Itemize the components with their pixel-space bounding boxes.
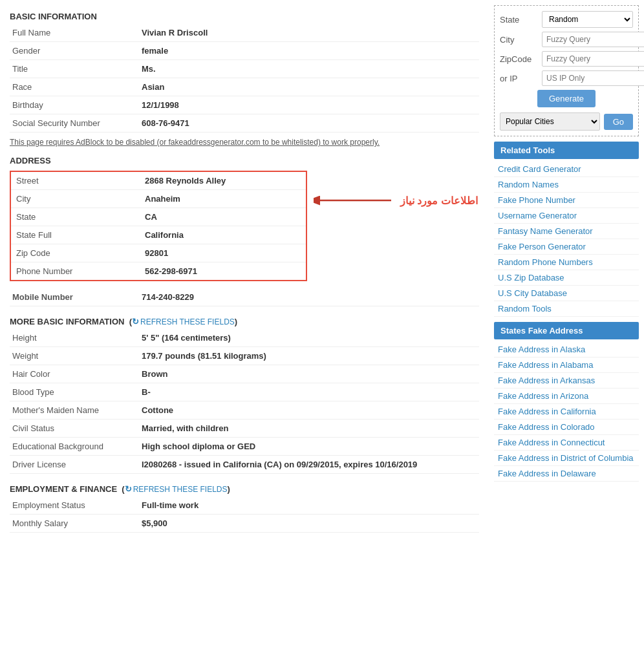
city-input[interactable] (542, 32, 644, 47)
table-row: Educational BackgroundHigh school diplom… (10, 438, 479, 456)
field-value: B- (139, 383, 479, 401)
table-row: RaceAsian (10, 78, 479, 96)
basic-info-table: Full NameVivian R DriscollGenderfemaleTi… (10, 24, 479, 133)
zipcode-input[interactable] (542, 51, 644, 67)
more-basic-title: MORE BASIC INFORMATION (↻Refresh these f… (10, 312, 479, 329)
field-value: California (140, 226, 306, 244)
sidebar-item[interactable]: Fake Address in Alabama (494, 357, 639, 373)
refresh-icon: ↻ (132, 317, 139, 326)
field-value: 608-76-9471 (139, 114, 479, 133)
field-label: Employment Status (10, 496, 139, 515)
refresh-more-link[interactable]: Refresh these fields (140, 317, 235, 326)
table-row: Social Security Number608-76-9471 (10, 114, 479, 133)
field-label: Hair Color (10, 365, 139, 383)
field-value: Asian (139, 78, 479, 96)
sidebar-item[interactable]: Username Generator (494, 208, 639, 224)
sidebar-item[interactable]: Fantasy Name Generator (494, 224, 639, 239)
table-row: Civil StatusMarried, with children (10, 420, 479, 438)
generate-button[interactable]: Generate (537, 90, 596, 107)
sidebar-item[interactable]: Fake Address in Alaska (494, 342, 639, 357)
table-row: Street2868 Reynolds Alley (10, 171, 306, 190)
field-label: Height (10, 329, 139, 347)
table-row: Weight179.7 pounds (81.51 kilograms) (10, 347, 479, 365)
annotation-text: اطلاعات مورد نیاز (400, 195, 478, 207)
refresh-employment-link[interactable]: Refresh these fields (133, 485, 228, 494)
field-label: Zip Code (10, 244, 140, 262)
field-value: Full-time work (139, 496, 479, 515)
field-value: Brown (139, 365, 479, 383)
table-row: Birthday12/1/1998 (10, 96, 479, 114)
zipcode-label: ZipCode (500, 54, 542, 64)
table-row: Monthly Salary$5,900 (10, 515, 479, 533)
field-value: CA (140, 208, 306, 226)
field-label: Birthday (10, 96, 139, 114)
table-row: StateCA (10, 208, 306, 226)
field-label: City (10, 190, 140, 208)
field-value: I2080268 - issued in California (CA) on … (139, 456, 479, 474)
field-label: Weight (10, 347, 139, 365)
field-label: Blood Type (10, 383, 139, 401)
field-value: Anaheim (140, 190, 306, 208)
table-row: Genderfemale (10, 42, 479, 60)
table-row: Height5' 5" (164 centimeters) (10, 329, 479, 347)
field-value: 12/1/1998 (139, 96, 479, 114)
annotation-arrow (314, 187, 398, 213)
sidebar-item[interactable]: Fake Phone Number (494, 193, 639, 208)
sidebar-item[interactable]: Fake Address in Colorado (494, 420, 639, 435)
table-row: Hair ColorBrown (10, 365, 479, 383)
table-row: Employment StatusFull-time work (10, 496, 479, 515)
field-label: Social Security Number (10, 114, 139, 133)
field-label: Driver License (10, 456, 139, 474)
related-tools-list: Credit Card GeneratorRandom NamesFake Ph… (494, 162, 639, 317)
states-list: Fake Address in AlaskaFake Address in Al… (494, 342, 639, 482)
generator-form: State Random City ⊞ ZipCode or IP Genera… (494, 5, 639, 136)
go-button[interactable]: Go (604, 114, 633, 130)
field-label: Street (10, 171, 140, 190)
field-label: State (10, 208, 140, 226)
state-label: State (500, 15, 542, 25)
address-table: Street2868 Reynolds AlleyCityAnaheimStat… (10, 171, 307, 281)
field-label: State Full (10, 226, 140, 244)
popular-cities-select[interactable]: Popular Cities (500, 112, 600, 131)
table-row: CityAnaheim (10, 190, 306, 208)
field-label: Educational Background (10, 438, 139, 456)
employment-table: Employment StatusFull-time workMonthly S… (10, 496, 479, 533)
related-tools-title: Related Tools (494, 142, 639, 159)
field-label: Phone Number (10, 262, 140, 281)
field-value: female (139, 42, 479, 60)
field-value: Vivian R Driscoll (139, 24, 479, 42)
adblock-notice: This page requires AdBlock to be disable… (10, 138, 479, 147)
city-label: City (500, 35, 542, 45)
sidebar-item[interactable]: Fake Address in District of Columbia (494, 451, 639, 466)
sidebar-item[interactable]: Fake Address in California (494, 404, 639, 420)
table-row: Mother's Maiden NameCottone (10, 401, 479, 420)
table-row: Driver LicenseI2080268 - issued in Calif… (10, 456, 479, 474)
states-title: States Fake Address (494, 322, 639, 339)
mobile-table: Mobile Number 714-240-8229 (10, 288, 479, 306)
employment-title: EMPLOYMENT & FINANCE (↻Refresh these fie… (10, 479, 479, 496)
sidebar-item[interactable]: Random Tools (494, 301, 639, 317)
field-value: 92801 (140, 244, 306, 262)
sidebar-item[interactable]: Fake Address in Delaware (494, 466, 639, 482)
sidebar-item[interactable]: Fake Address in Connecticut (494, 435, 639, 451)
mobile-value: 714-240-8229 (139, 288, 479, 306)
sidebar-item[interactable]: U.S Zip Database (494, 270, 639, 286)
table-row: State FullCalifornia (10, 226, 306, 244)
address-title: ADDRESS (10, 151, 479, 168)
sidebar-item[interactable]: Fake Address in Arizona (494, 389, 639, 404)
sidebar-item[interactable]: Random Phone Numbers (494, 255, 639, 270)
sidebar-item[interactable]: Random Names (494, 177, 639, 193)
ip-input[interactable] (542, 70, 644, 86)
sidebar-item[interactable]: Credit Card Generator (494, 162, 639, 177)
sidebar-item[interactable]: U.S City Database (494, 286, 639, 301)
refresh-employment-icon: ↻ (125, 484, 132, 494)
field-value: 5' 5" (164 centimeters) (139, 329, 479, 347)
field-value: Ms. (139, 60, 479, 78)
field-label: Full Name (10, 24, 139, 42)
field-value: 179.7 pounds (81.51 kilograms) (139, 347, 479, 365)
state-select[interactable]: Random (542, 11, 633, 28)
sidebar-item[interactable]: Fake Person Generator (494, 239, 639, 255)
field-value: Married, with children (139, 420, 479, 438)
table-row: TitleMs. (10, 60, 479, 78)
sidebar-item[interactable]: Fake Address in Arkansas (494, 373, 639, 389)
